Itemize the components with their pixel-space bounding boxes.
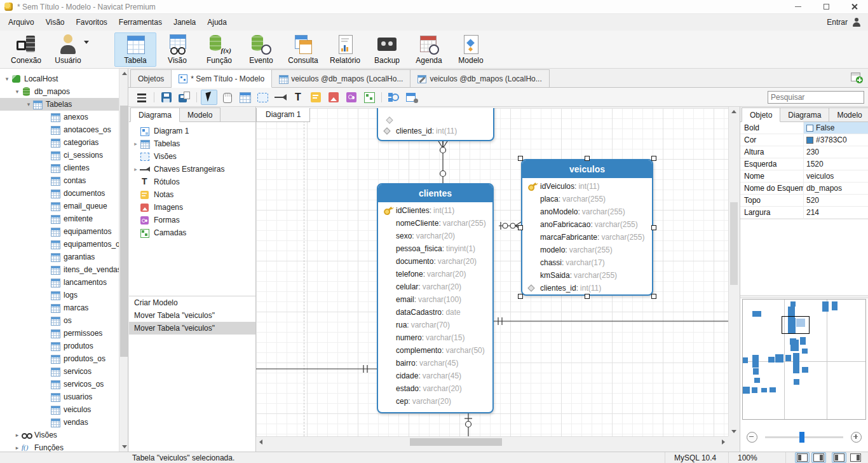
- property-row[interactable]: Bold False: [740, 122, 868, 134]
- tree-item[interactable]: produtos_os: [0, 352, 128, 365]
- tree-item[interactable]: email_queue: [0, 200, 128, 212]
- table-field-row[interactable]: idVeiculos:int(11): [526, 180, 649, 193]
- diagram-tree-item[interactable]: ▸ Chaves Estrangeiras: [129, 163, 255, 176]
- panel-toggle-button[interactable]: [795, 452, 810, 463]
- new-tab-button[interactable]: [850, 72, 863, 83]
- panel-toggle-button[interactable]: [848, 452, 863, 463]
- table-field-row[interactable]: pessoa_fisica:tinyint(1): [382, 242, 490, 255]
- table-field-row[interactable]: documento:varchar(20): [382, 255, 490, 268]
- login-area[interactable]: Entrar: [827, 17, 868, 27]
- tree-item[interactable]: permissoes: [0, 327, 128, 340]
- toolbar-button[interactable]: Conexão: [5, 32, 47, 67]
- table-field-row[interactable]: cep:varchar(20): [382, 395, 490, 408]
- diagram-tree-item[interactable]: ▸ Tabelas: [129, 137, 255, 150]
- diagram-tree-item[interactable]: Imagens: [129, 201, 255, 214]
- resize-handle-s[interactable]: [585, 294, 590, 299]
- resize-handle-sw[interactable]: [518, 294, 523, 299]
- scroll-right-icon[interactable]: [722, 439, 725, 445]
- tree-item[interactable]: documentos: [0, 187, 128, 200]
- expander-icon[interactable]: ▾: [3, 76, 11, 82]
- toolbar-button[interactable]: Visão: [156, 32, 198, 67]
- tree-item[interactable]: equipamentos_os: [0, 238, 128, 251]
- tree-item[interactable]: ▸ Visões: [0, 429, 128, 441]
- tree-item[interactable]: ▸ Funções: [0, 441, 128, 452]
- tree-item[interactable]: ci_sessions: [0, 149, 128, 162]
- tree-item[interactable]: ▾ LocalHost: [0, 73, 128, 85]
- table-field-row[interactable]: numero:varchar(15): [382, 331, 490, 344]
- model-tool-button[interactable]: [254, 90, 271, 105]
- property-row[interactable]: Esquerda 1520: [740, 158, 868, 170]
- resize-handle-se[interactable]: [651, 294, 656, 299]
- tree-item[interactable]: garantias: [0, 251, 128, 263]
- scroll-up-icon[interactable]: [731, 110, 736, 113]
- tree-item[interactable]: categorias: [0, 136, 128, 149]
- table-clientes[interactable]: clientes idClientes:int(11) nomeCliente:…: [377, 183, 494, 413]
- resize-handle-n[interactable]: [585, 156, 590, 161]
- tree-item[interactable]: anotacoes_os: [0, 123, 128, 136]
- table-veiculos[interactable]: veiculos idVeiculos:int(11) placa:varcha…: [521, 159, 653, 296]
- expander-icon[interactable]: ▸: [132, 166, 140, 172]
- model-tool-button[interactable]: [343, 90, 360, 105]
- sidebar-scrollbar[interactable]: [119, 69, 128, 452]
- table-field-row[interactable]: anoModelo:varchar(255): [526, 205, 649, 218]
- table-field-row[interactable]: placa:varchar(255): [526, 193, 649, 205]
- history-item[interactable]: Mover Tabela "veiculos": [129, 322, 255, 335]
- toolbar-button[interactable]: Agenda: [408, 32, 450, 67]
- property-row[interactable]: Cor #3783C0: [740, 134, 868, 146]
- scrollbar-thumb[interactable]: [410, 438, 502, 446]
- menu-item[interactable]: Ajuda: [201, 15, 233, 29]
- tree-item[interactable]: clientes: [0, 162, 128, 174]
- canvas-horizontal-scrollbar[interactable]: [256, 436, 728, 446]
- tree-item[interactable]: lancamentos: [0, 276, 128, 289]
- table-field-row[interactable]: kmSaida:varchar(255): [526, 269, 649, 282]
- checkbox[interactable]: [806, 125, 813, 132]
- close-button[interactable]: [840, 0, 868, 13]
- minimap[interactable]: [742, 299, 866, 420]
- diagram-tree-item[interactable]: Diagram 1: [129, 125, 255, 137]
- document-tab[interactable]: veiculos @db_mapos (LocalHo...: [272, 69, 410, 88]
- toolbar-button[interactable]: Usuário: [47, 32, 89, 67]
- tree-item[interactable]: ▾ Tabelas: [0, 98, 128, 111]
- tree-item[interactable]: logs: [0, 289, 128, 301]
- properties-tab[interactable]: Diagrama: [780, 107, 829, 122]
- tree-item[interactable]: produtos: [0, 340, 128, 352]
- diagram-tree-item[interactable]: Visões: [129, 150, 255, 163]
- tree-item[interactable]: equipamentos: [0, 225, 128, 238]
- model-tool-button[interactable]: [133, 90, 150, 105]
- tree-item[interactable]: vendas: [0, 416, 128, 429]
- toolbar-button[interactable]: Relatório: [324, 32, 366, 67]
- tree-item[interactable]: marcas: [0, 301, 128, 314]
- table-field-row[interactable]: clientes_id:int(11): [526, 282, 649, 294]
- zoom-out-button[interactable]: [747, 432, 757, 443]
- tree-item[interactable]: servicos_os: [0, 378, 128, 390]
- tree-item[interactable]: servicos: [0, 365, 128, 378]
- table-field-row[interactable]: chassi:varchar(17): [526, 256, 649, 269]
- property-row[interactable]: Nome do Esquem db_mapos: [740, 183, 868, 195]
- diagram-canvas[interactable]: clientes_id:int(11) clientes idClientes:…: [256, 108, 728, 436]
- property-row[interactable]: Altura 230: [740, 146, 868, 158]
- scrollbar-thumb[interactable]: [120, 106, 128, 357]
- menu-item[interactable]: Favoritos: [71, 15, 113, 29]
- table-field-row[interactable]: bairro:varchar(45): [382, 357, 490, 370]
- toolbar-button[interactable]: Consulta: [282, 32, 324, 67]
- resize-handle-ne[interactable]: [651, 156, 656, 161]
- model-tool-button[interactable]: [219, 90, 235, 105]
- tree-item[interactable]: itens_de_vendas: [0, 263, 128, 276]
- table-field-row[interactable]: cidade:varchar(45): [382, 370, 490, 382]
- scroll-down-icon[interactable]: [122, 445, 127, 448]
- diagram-tab[interactable]: Diagram 1: [256, 108, 310, 122]
- table-field-row[interactable]: celular:varchar(20): [382, 280, 490, 293]
- toolbar-button[interactable]: Tabela: [114, 32, 156, 67]
- tree-item[interactable]: ▾ db_mapos: [0, 85, 128, 98]
- resize-handle-e[interactable]: [651, 225, 656, 230]
- resize-handle-nw[interactable]: [518, 156, 523, 161]
- scroll-down-icon[interactable]: [731, 430, 736, 433]
- scrollbar-thumb[interactable]: [730, 202, 738, 285]
- toolbar-button[interactable]: Backup: [366, 32, 408, 67]
- document-tab[interactable]: Objetos: [130, 69, 172, 88]
- model-tool-button[interactable]: [272, 90, 288, 105]
- tree-item[interactable]: contas: [0, 174, 128, 187]
- table-field-row[interactable]: marcaFabricante:varchar(255): [526, 231, 649, 244]
- diagram-tree-item[interactable]: Camadas: [129, 226, 255, 239]
- model-tool-button[interactable]: [361, 90, 377, 105]
